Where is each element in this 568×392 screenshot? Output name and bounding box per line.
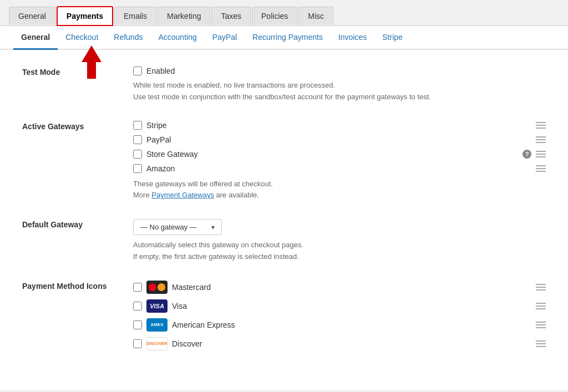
icon-mastercard-item: Mastercard	[133, 281, 546, 294]
icon-visa-item: VISA Visa	[133, 299, 546, 313]
gateway-stripe: Stripe	[133, 121, 546, 130]
default-gateway-dropdown[interactable]: — No gateway — ▾	[133, 219, 222, 235]
subtab-recurring[interactable]: Recurring Payments	[245, 26, 331, 50]
red-arrow-indicator	[82, 45, 102, 80]
gateway-amazon-name: Amazon	[146, 164, 531, 173]
gateway-store-name: Store Gateway	[146, 150, 517, 159]
gateway-amazon-checkbox[interactable]	[133, 164, 142, 173]
gateway-paypal: PayPal	[133, 135, 546, 144]
payment-icons-content: Mastercard VISA Visa AMEX American Expre…	[133, 281, 546, 356]
payment-gateways-link[interactable]: Payment Gateways	[151, 191, 214, 199]
dropdown-selected-value: — No gateway —	[140, 223, 197, 231]
active-gateways-row: Active Gateways Stripe PayPal Store Gate…	[22, 121, 546, 202]
gateway-paypal-drag[interactable]	[536, 136, 546, 143]
main-content: Test Mode Enabled While test mode is ena…	[0, 50, 568, 390]
icon-amex-item: AMEX American Express	[133, 318, 546, 332]
gateway-amazon: Amazon	[133, 164, 546, 173]
tab-taxes[interactable]: Taxes	[211, 7, 251, 25]
payment-icons-row: Payment Method Icons Mastercard VISA Vis…	[22, 281, 546, 356]
discover-label: Discover	[172, 339, 202, 348]
visa-label: Visa	[172, 302, 187, 310]
gateway-amazon-drag[interactable]	[536, 165, 546, 172]
subtab-stripe[interactable]: Stripe	[374, 26, 410, 50]
active-gateways-label: Active Gateways	[22, 121, 133, 131]
test-mode-label: Test Mode	[22, 67, 133, 77]
store-gateway-help-icon[interactable]: ?	[523, 150, 531, 159]
chevron-down-icon: ▾	[211, 223, 215, 231]
subtab-refunds[interactable]: Refunds	[106, 26, 150, 50]
tab-policies[interactable]: Policies	[252, 7, 297, 25]
visa-drag[interactable]	[536, 303, 546, 309]
icon-amex-checkbox[interactable]	[133, 320, 142, 329]
svg-marker-0	[82, 45, 102, 79]
amex-drag[interactable]	[536, 322, 546, 328]
icon-discover-item: DISCOVER Discover	[133, 337, 546, 350]
visa-badge: VISA	[146, 299, 168, 313]
default-gateway-row: Default Gateway — No gateway — ▾ Automat…	[22, 219, 546, 263]
gateway-stripe-checkbox[interactable]	[133, 121, 142, 130]
subtab-invoices[interactable]: Invoices	[331, 26, 374, 50]
discover-drag[interactable]	[536, 340, 546, 347]
default-gateway-description: Automatically select this gateway on che…	[133, 240, 546, 263]
gateway-footer: These gateways will be offered at checko…	[133, 179, 546, 202]
subtab-general[interactable]: General	[13, 26, 58, 50]
test-mode-checkbox-item: Enabled	[133, 67, 546, 75]
tab-payments[interactable]: Payments	[57, 6, 113, 26]
gateway-stripe-drag[interactable]	[536, 122, 546, 129]
icon-visa-checkbox[interactable]	[133, 302, 142, 310]
tab-general[interactable]: General	[9, 7, 55, 25]
amex-badge: AMEX	[146, 318, 168, 332]
subtab-accounting[interactable]: Accounting	[150, 26, 204, 50]
default-gateway-content: — No gateway — ▾ Automatically select th…	[133, 219, 546, 263]
mastercard-drag[interactable]	[536, 284, 546, 291]
top-nav: General Payments Emails Marketing Taxes …	[0, 0, 568, 26]
test-mode-checkbox[interactable]	[133, 67, 142, 75]
tab-misc[interactable]: Misc	[298, 7, 333, 25]
gateway-store-drag[interactable]	[536, 151, 546, 157]
test-mode-description: While test mode is enabled, no live tran…	[133, 80, 546, 103]
mastercard-badge	[146, 281, 168, 294]
gateway-paypal-name: PayPal	[146, 135, 531, 144]
tab-emails[interactable]: Emails	[114, 7, 156, 25]
tab-marketing[interactable]: Marketing	[158, 7, 210, 25]
active-gateways-content: Stripe PayPal Store Gateway ?	[133, 121, 546, 202]
gateway-stripe-name: Stripe	[146, 121, 531, 130]
test-mode-checkbox-label: Enabled	[146, 67, 175, 75]
default-gateway-label: Default Gateway	[22, 219, 133, 229]
gateway-paypal-checkbox[interactable]	[133, 135, 142, 144]
discover-badge: DISCOVER	[146, 337, 168, 350]
gateway-store-checkbox[interactable]	[133, 150, 142, 159]
test-mode-content: Enabled While test mode is enabled, no l…	[133, 67, 546, 103]
icon-mastercard-checkbox[interactable]	[133, 283, 142, 292]
amex-label: American Express	[172, 320, 235, 329]
mastercard-label: Mastercard	[172, 283, 211, 292]
payment-icons-label: Payment Method Icons	[22, 281, 133, 291]
subtab-paypal[interactable]: PayPal	[205, 26, 245, 50]
gateway-store: Store Gateway ?	[133, 150, 546, 159]
icon-discover-checkbox[interactable]	[133, 339, 142, 348]
